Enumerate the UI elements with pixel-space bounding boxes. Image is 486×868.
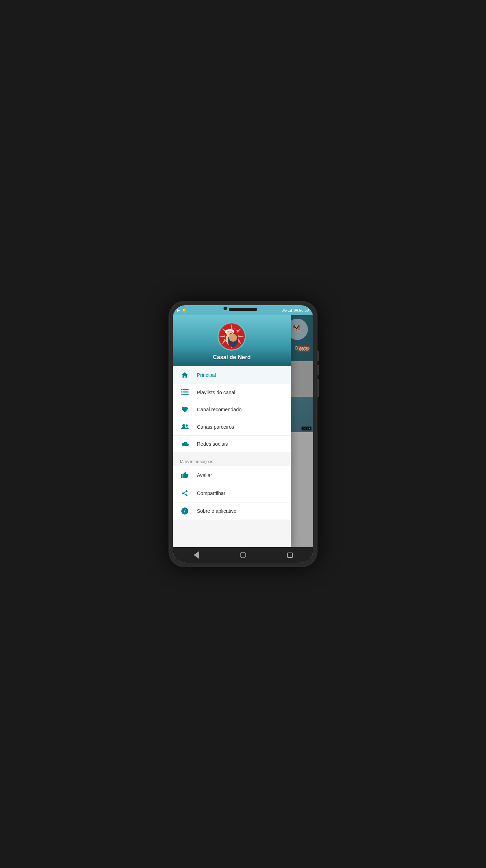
avatar-image: ♥ ♥ [219, 323, 245, 350]
back-button[interactable] [191, 550, 201, 560]
channel-avatar: ♥ ♥ [217, 322, 246, 351]
compartilhar-label: Compartilhar [197, 490, 225, 496]
volume-up-button[interactable] [317, 351, 319, 361]
network-type: 3G [282, 308, 287, 312]
canal-recomendado-label: Canal recomendado [197, 407, 242, 412]
notification-icon: 🔔 [182, 308, 187, 313]
svg-rect-0 [288, 311, 289, 312]
recents-button[interactable] [285, 550, 295, 560]
cloud-icon [180, 441, 190, 447]
canais-parceiros-label: Canais parceiros [197, 424, 234, 430]
menu-item-redes-sociais[interactable]: Redes sociais [173, 436, 291, 452]
signal-icon [288, 308, 293, 312]
avaliar-label: Avaliar [197, 472, 212, 478]
thumbs-up-icon [180, 471, 190, 479]
home-button[interactable] [238, 550, 248, 560]
play-status-icon: ▶ [177, 308, 180, 313]
svg-text:♥: ♥ [236, 329, 237, 332]
status-right: 3G 8:50 [282, 308, 309, 312]
svg-rect-20 [181, 389, 183, 390]
power-button[interactable] [317, 379, 319, 397]
svg-point-17 [229, 334, 237, 342]
svg-rect-22 [181, 391, 183, 392]
playlists-label: Playlists do canal [197, 390, 235, 395]
volume-down-button[interactable] [317, 365, 319, 375]
phone-screen: ▶ 🔔 3G 8:50 [173, 305, 313, 563]
menu-item-playlists[interactable]: Playlists do canal [173, 384, 291, 401]
primary-menu-section: Principal [173, 366, 291, 452]
section-header-mais-informacoes: Mais informações [173, 455, 291, 466]
drawer-header: ♥ ♥ Casal de Nerd [173, 315, 291, 366]
time-display: 8:50 [302, 308, 309, 312]
drawer-menu: Principal [173, 366, 291, 547]
list-icon [180, 389, 190, 396]
principal-label: Principal [197, 372, 216, 378]
menu-item-compartilhar[interactable]: Compartilhar [173, 484, 291, 502]
heart-icon [180, 406, 190, 413]
status-left-icons: ▶ 🔔 [177, 308, 187, 313]
svg-line-32 [184, 491, 186, 493]
sobre-label: Sobre o aplicativo [197, 508, 236, 514]
camera [223, 307, 227, 310]
more-info-section: Mais informações Avaliar [173, 455, 291, 520]
battery-icon [294, 309, 300, 312]
channel-name: Casal de Nerd [213, 354, 251, 361]
home-nav-icon [240, 552, 246, 558]
svg-line-31 [184, 494, 186, 495]
home-icon [180, 371, 190, 379]
svg-point-29 [182, 493, 184, 494]
people-icon [180, 423, 190, 430]
menu-item-canal-recomendado[interactable]: Canal recomendado [173, 401, 291, 418]
menu-item-principal[interactable]: Principal [173, 366, 291, 384]
share-icon [180, 489, 190, 497]
svg-rect-21 [183, 389, 189, 390]
drawer-overlay-dim[interactable] [291, 315, 313, 547]
back-icon [194, 551, 199, 559]
svg-rect-25 [183, 394, 189, 395]
svg-point-30 [186, 494, 188, 496]
svg-rect-1 [290, 310, 291, 312]
menu-item-sobre[interactable]: i Sobre o aplicativo [173, 502, 291, 520]
navigation-drawer: ♥ ♥ Casal de Nerd [173, 315, 291, 547]
svg-rect-24 [181, 394, 183, 395]
phone-frame: ▶ 🔔 3G 8:50 [169, 301, 317, 567]
recents-icon [287, 553, 293, 558]
svg-point-26 [182, 424, 185, 427]
redes-sociais-label: Redes sociais [197, 441, 228, 447]
content-area: 🐕 s Diários 8:00 ↺ 06:28 [173, 315, 313, 547]
svg-rect-2 [291, 309, 292, 312]
svg-rect-23 [183, 391, 189, 392]
svg-point-27 [186, 424, 188, 427]
info-circle: i [181, 507, 188, 515]
navigation-bar [173, 547, 313, 563]
info-icon: i [180, 507, 190, 515]
menu-item-avaliar[interactable]: Avaliar [173, 466, 291, 484]
svg-point-28 [186, 490, 188, 492]
speaker [229, 308, 257, 311]
screen: ▶ 🔔 3G 8:50 [173, 305, 313, 563]
menu-item-canais-parceiros[interactable]: Canais parceiros [173, 418, 291, 436]
